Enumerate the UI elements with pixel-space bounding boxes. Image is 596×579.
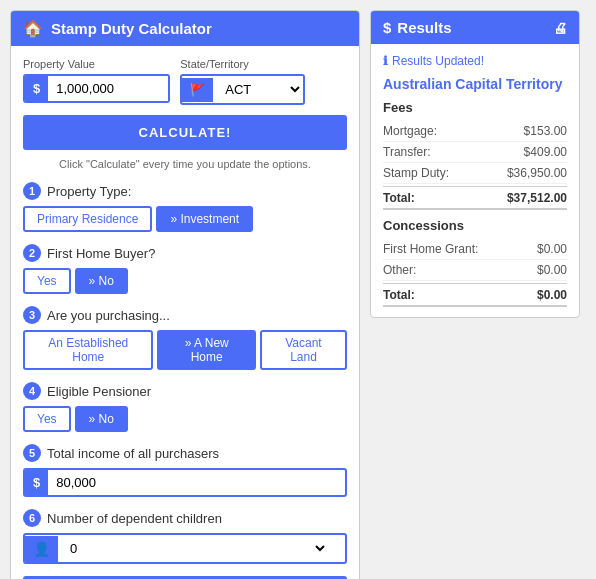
other-concession-label: Other:: [383, 263, 416, 277]
section-4-label: Eligible Pensioner: [47, 384, 151, 399]
property-value-group: Property Value $: [23, 58, 170, 105]
top-fields: Property Value $ State/Territory 🚩 ACT N…: [23, 58, 347, 105]
house-icon: 🏠: [23, 19, 43, 38]
section-6-num: 6: [23, 509, 41, 527]
first-home-grant-row: First Home Grant: $0.00: [383, 239, 567, 260]
results-header-left: $ Results: [383, 19, 452, 36]
fees-title: Fees: [383, 100, 567, 115]
fees-total-value: $37,512.00: [507, 191, 567, 205]
results-panel: $ Results 🖨 ℹ Results Updated! Australia…: [370, 10, 580, 318]
transfer-value: $409.00: [524, 145, 567, 159]
section-3-num: 3: [23, 306, 41, 324]
state-territory-label: State/Territory: [180, 58, 305, 70]
other-concession-value: $0.00: [537, 263, 567, 277]
section-children: 6 Number of dependent children 👤 0 1 2 3…: [23, 509, 347, 564]
no-pensioner-button[interactable]: » No: [75, 406, 128, 432]
investment-button[interactable]: » Investment: [156, 206, 253, 232]
section-property-type: 1 Property Type: Primary Residence » Inv…: [23, 182, 347, 232]
first-home-grant-value: $0.00: [537, 242, 567, 256]
flag-prefix: 🚩: [182, 78, 213, 102]
calculator-title: Stamp Duty Calculator: [51, 20, 212, 37]
concessions-total-label: Total:: [383, 288, 415, 302]
results-header: $ Results 🖨: [371, 11, 579, 44]
pensioner-buttons: Yes » No: [23, 406, 347, 432]
purchasing-buttons: An Established Home » A New Home Vacant …: [23, 330, 347, 370]
concessions-title: Concessions: [383, 218, 567, 233]
children-select[interactable]: 0 1 2 3 4 5+: [58, 535, 328, 562]
dollar-prefix: $: [25, 76, 48, 101]
income-input[interactable]: [48, 470, 318, 495]
app-container: 🏠 Stamp Duty Calculator Property Value $…: [10, 10, 586, 579]
established-home-button[interactable]: An Established Home: [23, 330, 153, 370]
stamp-duty-value: $36,950.00: [507, 166, 567, 180]
stamp-duty-row: Stamp Duty: $36,950.00: [383, 163, 567, 184]
section-5-label: Total income of all purchasers: [47, 446, 219, 461]
section-2-num: 2: [23, 244, 41, 262]
calculator-body: Property Value $ State/Territory 🚩 ACT N…: [11, 46, 359, 579]
results-divider: [383, 210, 567, 218]
section-5-title: 5 Total income of all purchasers: [23, 444, 347, 462]
section-1-num: 1: [23, 182, 41, 200]
first-home-grant-label: First Home Grant:: [383, 242, 478, 256]
mortgage-value: $153.00: [524, 124, 567, 138]
income-input-wrapper: $: [23, 468, 347, 497]
calculate-button-top[interactable]: CALCULATE!: [23, 115, 347, 150]
property-value-input-wrapper: $: [23, 74, 170, 103]
section-1-title: 1 Property Type:: [23, 182, 347, 200]
hint-text: Click "Calculate" every time you update …: [23, 158, 347, 170]
fees-rows: Mortgage: $153.00 Transfer: $409.00 Stam…: [383, 121, 567, 210]
results-updated-banner: ℹ Results Updated!: [383, 54, 567, 68]
section-6-title: 6 Number of dependent children: [23, 509, 347, 527]
section-income: 5 Total income of all purchasers $: [23, 444, 347, 497]
section-2-title: 2 First Home Buyer?: [23, 244, 347, 262]
vacant-land-button[interactable]: Vacant Land: [260, 330, 347, 370]
section-4-num: 4: [23, 382, 41, 400]
concessions-rows: First Home Grant: $0.00 Other: $0.00 Tot…: [383, 239, 567, 307]
mortgage-label: Mortgage:: [383, 124, 437, 138]
yes-first-home-button[interactable]: Yes: [23, 268, 71, 294]
transfer-label: Transfer:: [383, 145, 431, 159]
info-icon: ℹ: [383, 54, 388, 68]
concessions-total-row: Total: $0.00: [383, 283, 567, 307]
state-territory-select-wrapper: 🚩 ACT NSW NT QLD SA TAS VIC WA: [180, 74, 305, 105]
yes-pensioner-button[interactable]: Yes: [23, 406, 71, 432]
calculator-header: 🏠 Stamp Duty Calculator: [11, 11, 359, 46]
property-value-label: Property Value: [23, 58, 170, 70]
state-territory-group: State/Territory 🚩 ACT NSW NT QLD SA TAS …: [180, 58, 305, 105]
first-home-buttons: Yes » No: [23, 268, 347, 294]
dollar-icon: $: [383, 19, 391, 36]
section-4-title: 4 Eligible Pensioner: [23, 382, 347, 400]
state-territory-select[interactable]: ACT NSW NT QLD SA TAS VIC WA: [213, 76, 303, 103]
primary-residence-button[interactable]: Primary Residence: [23, 206, 152, 232]
children-select-wrapper: 👤 0 1 2 3 4 5+: [23, 533, 347, 564]
new-home-button[interactable]: » A New Home: [157, 330, 255, 370]
transfer-row: Transfer: $409.00: [383, 142, 567, 163]
mortgage-row: Mortgage: $153.00: [383, 121, 567, 142]
person-icon: 👤: [25, 536, 58, 562]
fees-total-row: Total: $37,512.00: [383, 186, 567, 210]
concessions-total-value: $0.00: [537, 288, 567, 302]
section-5-num: 5: [23, 444, 41, 462]
fees-total-label: Total:: [383, 191, 415, 205]
section-6-label: Number of dependent children: [47, 511, 222, 526]
section-2-label: First Home Buyer?: [47, 246, 155, 261]
results-updated-text: Results Updated!: [392, 54, 484, 68]
calculator-panel: 🏠 Stamp Duty Calculator Property Value $…: [10, 10, 360, 579]
territory-name: Australian Capital Territory: [383, 76, 567, 92]
other-concession-row: Other: $0.00: [383, 260, 567, 281]
section-3-label: Are you purchasing...: [47, 308, 170, 323]
results-title: Results: [397, 19, 451, 36]
income-dollar-prefix: $: [25, 470, 48, 495]
results-body: ℹ Results Updated! Australian Capital Te…: [371, 44, 579, 317]
property-type-buttons: Primary Residence » Investment: [23, 206, 347, 232]
section-1-label: Property Type:: [47, 184, 131, 199]
section-3-title: 3 Are you purchasing...: [23, 306, 347, 324]
section-first-home: 2 First Home Buyer? Yes » No: [23, 244, 347, 294]
section-purchasing: 3 Are you purchasing... An Established H…: [23, 306, 347, 370]
stamp-duty-label: Stamp Duty:: [383, 166, 449, 180]
section-pensioner: 4 Eligible Pensioner Yes » No: [23, 382, 347, 432]
no-first-home-button[interactable]: » No: [75, 268, 128, 294]
print-icon[interactable]: 🖨: [553, 20, 567, 36]
property-value-input[interactable]: [48, 76, 168, 101]
